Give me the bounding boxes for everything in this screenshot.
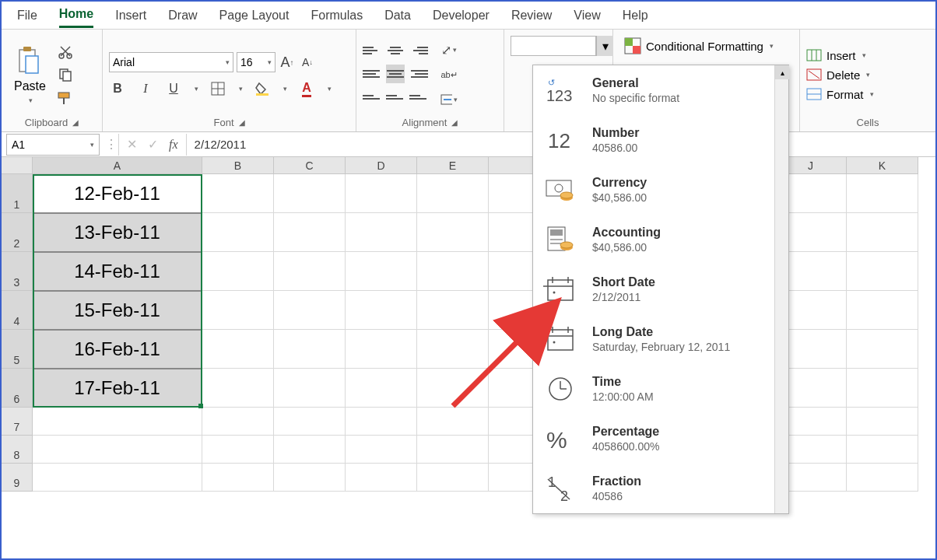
accept-formula-icon[interactable]: ✓ xyxy=(148,137,158,152)
tab-draw[interactable]: Draw xyxy=(168,4,197,27)
cell[interactable] xyxy=(847,213,918,252)
alignment-grid[interactable] xyxy=(363,41,428,108)
font-color-button[interactable]: A xyxy=(298,80,315,97)
cell[interactable] xyxy=(346,369,417,408)
select-all-corner[interactable] xyxy=(2,157,33,174)
wrap-text-button[interactable]: ab↵ xyxy=(440,66,458,83)
cell[interactable] xyxy=(274,252,346,291)
cell[interactable] xyxy=(274,464,346,492)
tab-view[interactable]: View xyxy=(574,4,600,27)
cell[interactable] xyxy=(33,408,202,436)
cell[interactable] xyxy=(346,213,417,252)
number-format-caret-icon[interactable]: ▾ xyxy=(596,36,613,56)
format-option-general[interactable]: ↺123GeneralNo specific format xyxy=(533,65,788,115)
insert-cells-button[interactable]: Insert▾ xyxy=(806,49,874,62)
cell[interactable] xyxy=(847,436,918,464)
cell[interactable] xyxy=(202,252,274,291)
clipboard-launcher-icon[interactable]: ◢ xyxy=(72,118,79,127)
cell[interactable] xyxy=(33,436,202,464)
cell[interactable] xyxy=(202,369,274,408)
cell[interactable] xyxy=(202,408,274,436)
cell[interactable] xyxy=(202,213,274,252)
scroll-up-icon[interactable]: ▴ xyxy=(775,65,789,79)
cell[interactable] xyxy=(417,436,489,464)
cell[interactable] xyxy=(417,213,489,252)
tab-review[interactable]: Review xyxy=(511,4,552,27)
cell[interactable] xyxy=(274,291,346,330)
cell[interactable] xyxy=(417,174,489,213)
cell[interactable] xyxy=(417,464,489,492)
cell[interactable] xyxy=(847,291,918,330)
cell[interactable] xyxy=(417,291,489,330)
bold-button[interactable]: B xyxy=(109,80,126,97)
cell[interactable] xyxy=(417,408,489,436)
cell[interactable] xyxy=(346,436,417,464)
cell[interactable]: 16-Feb-11 xyxy=(33,330,202,369)
tab-home[interactable]: Home xyxy=(59,2,93,28)
cell[interactable] xyxy=(202,330,274,369)
tab-formulas[interactable]: Formulas xyxy=(311,4,363,27)
fx-icon[interactable]: fx xyxy=(169,138,178,152)
name-box[interactable]: A1▾ xyxy=(6,134,100,156)
cell[interactable] xyxy=(346,408,417,436)
conditional-formatting-button[interactable]: Conditional Formatting ▾ xyxy=(619,36,778,56)
fill-color-button[interactable] xyxy=(254,80,271,97)
format-option-short-date[interactable]: Short Date2/12/2011 xyxy=(533,264,788,314)
increase-font-icon[interactable]: A↑ xyxy=(279,54,296,71)
cell[interactable] xyxy=(274,436,346,464)
merge-button[interactable]: ▾ xyxy=(440,91,458,108)
col-header-d[interactable]: D xyxy=(346,157,417,174)
row-header[interactable]: 2 xyxy=(2,213,33,252)
cell[interactable]: 14-Feb-11 xyxy=(33,252,202,291)
tab-insert[interactable]: Insert xyxy=(115,4,146,27)
cell[interactable] xyxy=(274,408,346,436)
paste-button[interactable]: Paste ▾ xyxy=(8,45,52,104)
row-header[interactable]: 6 xyxy=(2,369,33,408)
underline-button[interactable]: U xyxy=(165,80,182,97)
cell[interactable]: 15-Feb-11 xyxy=(33,291,202,330)
cell[interactable] xyxy=(417,369,489,408)
cell[interactable] xyxy=(202,464,274,492)
row-header[interactable]: 4 xyxy=(2,291,33,330)
format-option-percentage[interactable]: %Percentage4058600.00% xyxy=(533,414,788,464)
cell[interactable] xyxy=(33,464,202,492)
row-header[interactable]: 8 xyxy=(2,436,33,464)
cancel-formula-icon[interactable]: ✕ xyxy=(127,137,137,152)
dropdown-scrollbar[interactable]: ▴ xyxy=(774,65,788,513)
tab-help[interactable]: Help xyxy=(623,4,648,27)
font-size-select[interactable]: 16▾ xyxy=(237,52,275,72)
row-header[interactable]: 7 xyxy=(2,408,33,436)
tab-page-layout[interactable]: Page Layout xyxy=(219,4,290,27)
tab-file[interactable]: File xyxy=(17,4,37,27)
row-header[interactable]: 9 xyxy=(2,464,33,492)
cell[interactable] xyxy=(274,174,346,213)
font-family-select[interactable]: Arial▾ xyxy=(109,52,233,72)
delete-cells-button[interactable]: Delete▾ xyxy=(806,68,874,82)
cell[interactable]: 12-Feb-11 xyxy=(33,174,202,213)
italic-button[interactable]: I xyxy=(137,80,154,97)
cell[interactable] xyxy=(346,330,417,369)
col-header-e[interactable]: E xyxy=(417,157,489,174)
col-header-c[interactable]: C xyxy=(274,157,346,174)
cell[interactable] xyxy=(274,330,346,369)
copy-icon[interactable] xyxy=(57,66,74,83)
cell[interactable] xyxy=(202,436,274,464)
col-header-b[interactable]: B xyxy=(202,157,274,174)
cell[interactable] xyxy=(346,252,417,291)
tab-developer[interactable]: Developer xyxy=(433,4,490,27)
cell[interactable] xyxy=(346,174,417,213)
format-option-accounting[interactable]: Accounting$40,586.00 xyxy=(533,215,788,264)
col-header-a[interactable]: A xyxy=(33,157,202,174)
cell[interactable]: 17-Feb-11 xyxy=(33,369,202,408)
cell[interactable] xyxy=(847,174,918,213)
cell[interactable] xyxy=(847,464,918,492)
format-option-number[interactable]: 12Number40586.00 xyxy=(533,115,788,165)
number-format-select[interactable] xyxy=(511,36,596,56)
alignment-launcher-icon[interactable]: ◢ xyxy=(451,118,458,127)
row-header[interactable]: 3 xyxy=(2,252,33,291)
cell[interactable] xyxy=(417,252,489,291)
cell[interactable]: 13-Feb-11 xyxy=(33,213,202,252)
cell[interactable] xyxy=(274,213,346,252)
col-header-k[interactable]: K xyxy=(847,157,918,174)
cell[interactable] xyxy=(346,291,417,330)
